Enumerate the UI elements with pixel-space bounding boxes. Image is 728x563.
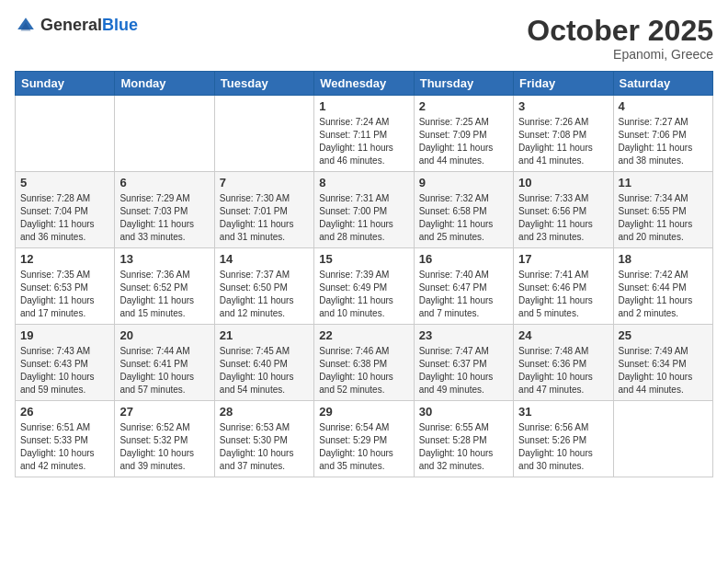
day-number: 18 — [619, 252, 708, 266]
calendar-cell — [214, 96, 313, 172]
cell-content: Sunrise: 7:42 AM Sunset: 6:44 PM Dayligh… — [619, 269, 708, 320]
day-number: 28 — [220, 405, 309, 419]
day-number: 2 — [419, 99, 508, 113]
calendar-cell: 7Sunrise: 7:30 AM Sunset: 7:01 PM Daylig… — [214, 172, 313, 248]
day-number: 24 — [518, 328, 608, 342]
header: GeneralBlue October 2025 Epanomi, Greece — [15, 15, 713, 62]
cell-content: Sunrise: 7:27 AM Sunset: 7:06 PM Dayligh… — [619, 116, 708, 167]
logo-text-general: General — [40, 16, 102, 34]
calendar-cell: 25Sunrise: 7:49 AM Sunset: 6:34 PM Dayli… — [613, 325, 712, 401]
month-title: October 2025 — [527, 15, 713, 47]
day-number: 31 — [518, 405, 608, 419]
weekday-header-thursday: Thursday — [414, 72, 513, 96]
cell-content: Sunrise: 7:41 AM Sunset: 6:46 PM Dayligh… — [518, 269, 608, 320]
calendar-cell: 27Sunrise: 6:52 AM Sunset: 5:32 PM Dayli… — [115, 401, 214, 477]
calendar-cell: 8Sunrise: 7:31 AM Sunset: 7:00 PM Daylig… — [314, 172, 414, 248]
calendar-cell: 17Sunrise: 7:41 AM Sunset: 6:46 PM Dayli… — [514, 248, 613, 325]
cell-content: Sunrise: 7:24 AM Sunset: 7:11 PM Dayligh… — [319, 116, 408, 167]
calendar-cell: 19Sunrise: 7:43 AM Sunset: 6:43 PM Dayli… — [16, 325, 115, 401]
calendar-cell — [16, 96, 115, 172]
day-number: 15 — [319, 252, 408, 266]
cell-content: Sunrise: 7:29 AM Sunset: 7:03 PM Dayligh… — [119, 192, 209, 244]
day-number: 30 — [419, 405, 508, 419]
day-number: 4 — [619, 99, 708, 113]
day-number: 5 — [20, 176, 109, 190]
day-number: 7 — [220, 176, 309, 190]
cell-content: Sunrise: 7:30 AM Sunset: 7:01 PM Dayligh… — [220, 192, 309, 244]
day-number: 13 — [119, 252, 209, 266]
calendar-cell: 5Sunrise: 7:28 AM Sunset: 7:04 PM Daylig… — [16, 172, 115, 248]
calendar-cell: 2Sunrise: 7:25 AM Sunset: 7:09 PM Daylig… — [414, 96, 513, 172]
cell-content: Sunrise: 7:35 AM Sunset: 6:53 PM Dayligh… — [20, 269, 109, 320]
cell-content: Sunrise: 6:53 AM Sunset: 5:30 PM Dayligh… — [220, 421, 309, 473]
calendar-cell: 6Sunrise: 7:29 AM Sunset: 7:03 PM Daylig… — [115, 172, 214, 248]
day-number: 22 — [319, 328, 408, 342]
day-number: 19 — [20, 328, 109, 342]
calendar-cell: 30Sunrise: 6:55 AM Sunset: 5:28 PM Dayli… — [414, 401, 513, 477]
cell-content: Sunrise: 7:40 AM Sunset: 6:47 PM Dayligh… — [419, 269, 508, 320]
weekday-header-wednesday: Wednesday — [314, 72, 414, 96]
day-number: 14 — [220, 252, 309, 266]
cell-content: Sunrise: 7:43 AM Sunset: 6:43 PM Dayligh… — [20, 345, 109, 396]
day-number: 12 — [20, 252, 109, 266]
cell-content: Sunrise: 7:31 AM Sunset: 7:00 PM Dayligh… — [319, 192, 408, 244]
cell-content: Sunrise: 7:26 AM Sunset: 7:08 PM Dayligh… — [518, 116, 608, 167]
day-number: 26 — [20, 405, 109, 419]
cell-content: Sunrise: 7:25 AM Sunset: 7:09 PM Dayligh… — [419, 116, 508, 167]
logo-icon — [15, 15, 37, 37]
calendar-cell: 13Sunrise: 7:36 AM Sunset: 6:52 PM Dayli… — [115, 248, 214, 325]
week-row-3: 12Sunrise: 7:35 AM Sunset: 6:53 PM Dayli… — [16, 248, 713, 325]
calendar-cell: 15Sunrise: 7:39 AM Sunset: 6:49 PM Dayli… — [314, 248, 414, 325]
weekday-header-sunday: Sunday — [16, 72, 115, 96]
calendar-cell: 1Sunrise: 7:24 AM Sunset: 7:11 PM Daylig… — [314, 96, 414, 172]
weekday-header-monday: Monday — [115, 72, 214, 96]
subtitle: Epanomi, Greece — [527, 47, 713, 62]
calendar-cell: 24Sunrise: 7:48 AM Sunset: 6:36 PM Dayli… — [514, 325, 613, 401]
day-number: 17 — [518, 252, 608, 266]
cell-content: Sunrise: 6:52 AM Sunset: 5:32 PM Dayligh… — [119, 421, 209, 473]
cell-content: Sunrise: 7:48 AM Sunset: 6:36 PM Dayligh… — [518, 345, 608, 396]
day-number: 29 — [319, 405, 408, 419]
day-number: 11 — [619, 176, 708, 190]
cell-content: Sunrise: 6:54 AM Sunset: 5:29 PM Dayligh… — [319, 421, 408, 473]
cell-content: Sunrise: 7:32 AM Sunset: 6:58 PM Dayligh… — [419, 192, 508, 244]
week-row-2: 5Sunrise: 7:28 AM Sunset: 7:04 PM Daylig… — [16, 172, 713, 248]
calendar-cell: 4Sunrise: 7:27 AM Sunset: 7:06 PM Daylig… — [613, 96, 712, 172]
week-row-1: 1Sunrise: 7:24 AM Sunset: 7:11 PM Daylig… — [16, 96, 713, 172]
calendar-cell — [613, 401, 712, 477]
day-number: 8 — [319, 176, 408, 190]
day-number: 16 — [419, 252, 508, 266]
week-row-4: 19Sunrise: 7:43 AM Sunset: 6:43 PM Dayli… — [16, 325, 713, 401]
cell-content: Sunrise: 7:45 AM Sunset: 6:40 PM Dayligh… — [220, 345, 309, 396]
calendar-cell — [115, 96, 214, 172]
calendar: SundayMondayTuesdayWednesdayThursdayFrid… — [15, 71, 713, 477]
weekday-header-friday: Friday — [514, 72, 613, 96]
calendar-cell: 21Sunrise: 7:45 AM Sunset: 6:40 PM Dayli… — [214, 325, 313, 401]
cell-content: Sunrise: 7:36 AM Sunset: 6:52 PM Dayligh… — [119, 269, 209, 320]
calendar-cell: 11Sunrise: 7:34 AM Sunset: 6:55 PM Dayli… — [613, 172, 712, 248]
day-number: 9 — [419, 176, 508, 190]
calendar-cell: 3Sunrise: 7:26 AM Sunset: 7:08 PM Daylig… — [514, 96, 613, 172]
cell-content: Sunrise: 7:28 AM Sunset: 7:04 PM Dayligh… — [20, 192, 109, 244]
title-area: October 2025 Epanomi, Greece — [527, 15, 713, 62]
day-number: 10 — [518, 176, 608, 190]
calendar-cell: 26Sunrise: 6:51 AM Sunset: 5:33 PM Dayli… — [16, 401, 115, 477]
cell-content: Sunrise: 7:39 AM Sunset: 6:49 PM Dayligh… — [319, 269, 408, 320]
cell-content: Sunrise: 7:37 AM Sunset: 6:50 PM Dayligh… — [220, 269, 309, 320]
weekday-header-tuesday: Tuesday — [214, 72, 313, 96]
cell-content: Sunrise: 6:55 AM Sunset: 5:28 PM Dayligh… — [419, 421, 508, 473]
cell-content: Sunrise: 7:49 AM Sunset: 6:34 PM Dayligh… — [619, 345, 708, 396]
calendar-cell: 29Sunrise: 6:54 AM Sunset: 5:29 PM Dayli… — [314, 401, 414, 477]
day-number: 25 — [619, 328, 708, 342]
cell-content: Sunrise: 7:34 AM Sunset: 6:55 PM Dayligh… — [619, 192, 708, 244]
calendar-cell: 31Sunrise: 6:56 AM Sunset: 5:26 PM Dayli… — [514, 401, 613, 477]
calendar-cell: 18Sunrise: 7:42 AM Sunset: 6:44 PM Dayli… — [613, 248, 712, 325]
cell-content: Sunrise: 6:56 AM Sunset: 5:26 PM Dayligh… — [518, 421, 608, 473]
day-number: 20 — [119, 328, 209, 342]
weekday-header-saturday: Saturday — [613, 72, 712, 96]
day-number: 23 — [419, 328, 508, 342]
calendar-cell: 23Sunrise: 7:47 AM Sunset: 6:37 PM Dayli… — [414, 325, 513, 401]
logo-text-blue: Blue — [102, 16, 138, 34]
cell-content: Sunrise: 7:46 AM Sunset: 6:38 PM Dayligh… — [319, 345, 408, 396]
calendar-cell: 10Sunrise: 7:33 AM Sunset: 6:56 PM Dayli… — [514, 172, 613, 248]
